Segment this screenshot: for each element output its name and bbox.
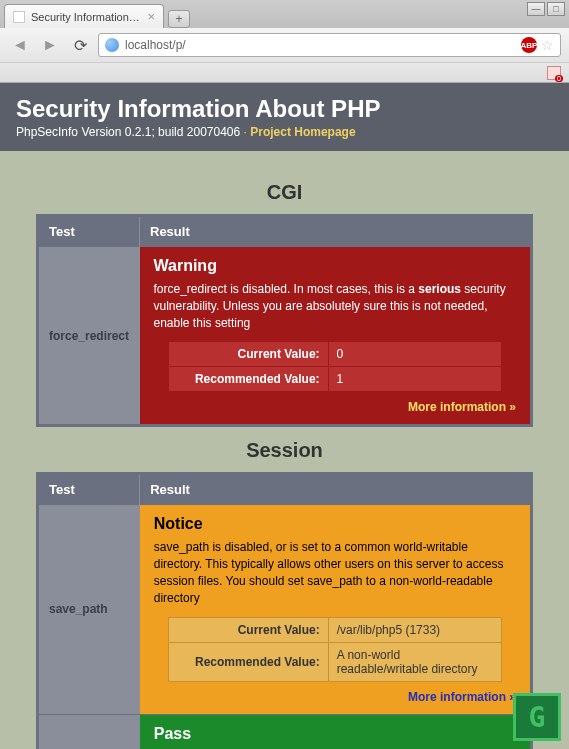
section-title-cgi: CGI (36, 181, 533, 204)
more-info-link[interactable]: More information » (408, 690, 516, 704)
maximize-button[interactable]: □ (547, 2, 565, 16)
page-subtitle: PhpSecInfo Version 0.2.1; build 20070406… (16, 125, 553, 139)
table-row: use_trans_sid Pass use_trans_sid is disa… (38, 714, 532, 749)
cgi-table: Test Result force_redirect Warning force… (36, 214, 533, 427)
url-bar[interactable]: localhost/p/ ABP ☆ (98, 33, 561, 57)
new-tab-button[interactable]: + (168, 10, 190, 28)
recommended-value-label: Recommended Value: (169, 642, 329, 681)
more-info: More information » (154, 690, 516, 704)
table-row: save_path Notice save_path is disabled, … (38, 505, 532, 714)
col-header-result: Result (140, 474, 532, 505)
adblock-icon[interactable]: ABP (521, 37, 537, 53)
window-controls: — □ (527, 2, 565, 16)
table-row: force_redirect Warning force_redirect is… (38, 247, 532, 426)
current-value: /var/lib/php5 (1733) (328, 617, 501, 642)
session-table: Test Result save_path Notice save_path i… (36, 472, 533, 749)
bookmark-badge: 0 (555, 75, 563, 82)
tab-title: Security Information Ab (31, 11, 141, 23)
minimize-button[interactable]: — (527, 2, 545, 16)
col-header-test: Test (38, 474, 140, 505)
more-info: More information » (154, 400, 517, 414)
browser-chrome: Security Information Ab × + — □ ◄ ► ⟳ lo… (0, 0, 569, 83)
result-description: save_path is disabled, or is set to a co… (154, 539, 516, 606)
recommended-value: 1 (328, 367, 501, 392)
close-icon[interactable]: × (147, 9, 155, 24)
url-text: localhost/p/ (125, 38, 515, 52)
reload-button[interactable]: ⟳ (68, 34, 92, 56)
content-area: CGI Test Result force_redirect Warning f… (0, 151, 569, 749)
test-name: force_redirect (38, 247, 140, 426)
recommended-value: A non-world readable/writable directory (328, 642, 501, 681)
nav-bar: ◄ ► ⟳ localhost/p/ ABP ☆ (0, 28, 569, 62)
current-value-label: Current Value: (169, 342, 329, 367)
result-cell-warning: Warning force_redirect is disabled. In m… (140, 247, 532, 426)
result-cell-pass: Pass use_trans_sid is disabled, which is… (140, 714, 532, 749)
browser-tab[interactable]: Security Information Ab × (4, 4, 164, 28)
section-title-session: Session (36, 439, 533, 462)
test-name: use_trans_sid (38, 714, 140, 749)
col-header-test: Test (38, 216, 140, 247)
more-info-link[interactable]: More information » (408, 400, 516, 414)
bookmark-bar: 0 (0, 62, 569, 82)
corner-logo: G (513, 693, 561, 741)
project-homepage-link[interactable]: Project Homepage (250, 125, 355, 139)
status-label: Notice (154, 515, 516, 533)
test-name: save_path (38, 505, 140, 714)
globe-icon (105, 38, 119, 52)
bookmark-star-icon[interactable]: ☆ (541, 37, 554, 53)
version-text: PhpSecInfo Version 0.2.1; build 20070406 (16, 125, 240, 139)
current-value-label: Current Value: (169, 617, 329, 642)
result-cell-notice: Notice save_path is disabled, or is set … (140, 505, 532, 714)
recommended-value-label: Recommended Value: (169, 367, 329, 392)
forward-button[interactable]: ► (38, 34, 62, 56)
current-value: 0 (328, 342, 501, 367)
values-table: Current Value: 0 Recommended Value: 1 (168, 341, 502, 392)
bookmark-item-icon[interactable]: 0 (547, 66, 561, 80)
page-favicon (13, 11, 25, 23)
tab-bar: Security Information Ab × + — □ (0, 0, 569, 28)
values-table: Current Value: /var/lib/php5 (1733) Reco… (168, 617, 501, 682)
page-viewport: Security Information About PHP PhpSecInf… (0, 83, 569, 749)
result-description: force_redirect is disabled. In most case… (154, 281, 517, 331)
status-label: Warning (154, 257, 517, 275)
page-title: Security Information About PHP (16, 95, 553, 123)
page-header: Security Information About PHP PhpSecInf… (0, 83, 569, 151)
back-button[interactable]: ◄ (8, 34, 32, 56)
col-header-result: Result (140, 216, 532, 247)
status-label: Pass (154, 725, 516, 743)
